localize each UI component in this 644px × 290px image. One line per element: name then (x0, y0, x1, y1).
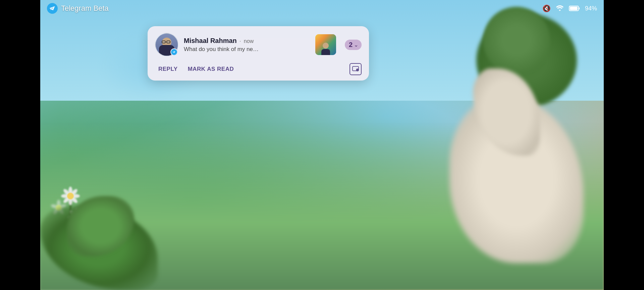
battery-level: 94% (585, 5, 597, 12)
separator: · (239, 38, 241, 45)
app-title: Telegram Beta (61, 4, 109, 13)
notification-time: now (244, 38, 254, 44)
mark-as-read-button[interactable]: MARK AS READ (184, 64, 237, 75)
chevron-down-icon: ⌄ (354, 42, 358, 48)
notification-content: Mishaal Rahman · now What do you think o… (184, 37, 310, 53)
notification-actions: REPLY MARK AS READ (155, 62, 362, 75)
reply-button[interactable]: REPLY (155, 64, 181, 75)
notification-thumbnail (315, 34, 336, 55)
notification-card: Mishaal Rahman · now What do you think o… (148, 26, 369, 81)
mute-icon: 🔇 (542, 4, 551, 12)
wifi-icon (555, 5, 564, 12)
status-bar-left: Telegram Beta (47, 3, 109, 14)
badge-number: 2 (349, 41, 353, 49)
badge-counter[interactable]: 2 ⌄ (345, 40, 362, 50)
avatar-container (155, 33, 178, 56)
right-bar (604, 0, 644, 290)
notification-top: Mishaal Rahman · now What do you think o… (155, 33, 362, 56)
left-bar (0, 0, 40, 290)
notification-message: What do you think of my ne… (184, 46, 310, 53)
svg-point-6 (357, 69, 358, 70)
battery-icon (569, 5, 580, 12)
notification-header: Mishaal Rahman · now (184, 37, 310, 45)
svg-point-0 (47, 3, 58, 14)
status-bar: Telegram Beta 🔇 94% (40, 0, 604, 17)
telegram-badge (170, 48, 178, 56)
sender-name: Mishaal Rahman (184, 37, 237, 45)
telegram-icon (47, 3, 58, 14)
svg-rect-2 (579, 7, 580, 9)
tree-bg2 (483, 7, 550, 74)
status-bar-right: 🔇 94% (542, 4, 597, 12)
svg-rect-3 (570, 7, 578, 10)
expand-icon[interactable] (350, 63, 362, 75)
